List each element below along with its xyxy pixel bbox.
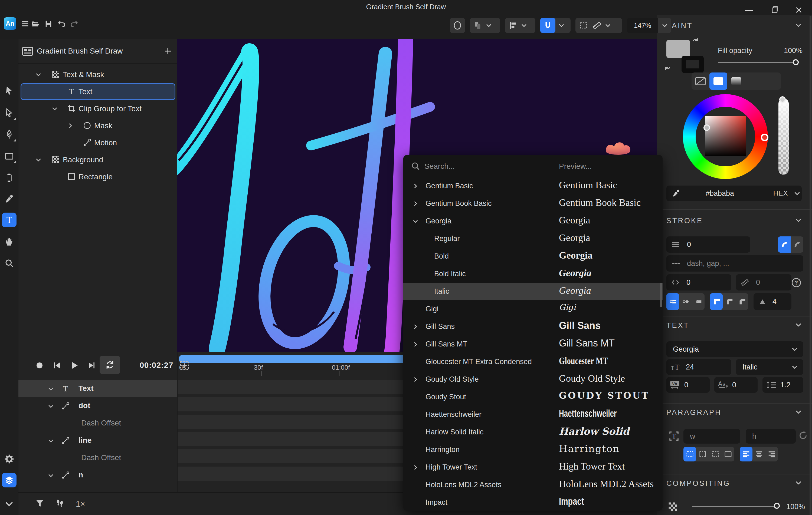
align-right-button[interactable] xyxy=(765,447,778,461)
alpha-slider[interactable] xyxy=(778,98,789,175)
swap-colors-icon[interactable] xyxy=(692,38,700,47)
font-item-harlow-solid-italic[interactable]: Harlow Solid ItalicHarlow Solid xyxy=(403,423,663,441)
line-height-field[interactable]: 1.2 xyxy=(762,377,803,393)
font-item-high-tower-text[interactable]: High Tower TextHigh Tower Text xyxy=(403,458,663,476)
hex-value[interactable]: #bababa xyxy=(706,189,734,198)
stroke-brush2-button[interactable] xyxy=(791,236,803,253)
font-item-gill-sans[interactable]: Gill SansGill Sans xyxy=(403,318,663,335)
font-list-scrollbar[interactable] xyxy=(660,283,662,307)
hex-label[interactable]: HEX xyxy=(773,189,788,197)
track-dash-offset[interactable]: Dash Offset xyxy=(19,415,177,432)
stroke-taper-field[interactable]: 0 xyxy=(736,274,791,291)
collapse-icon[interactable] xyxy=(1,495,18,513)
fill-none-button[interactable] xyxy=(692,72,709,90)
box-height-field[interactable]: h xyxy=(746,429,796,444)
track-dash-offset[interactable]: Dash Offset xyxy=(19,449,177,466)
redo-icon[interactable] xyxy=(70,20,79,28)
open-file-icon[interactable] xyxy=(31,20,39,28)
font-item-gloucester-mt-extra-condensed[interactable]: Gloucester MT Extra CondensedGloucester … xyxy=(403,353,663,370)
measure-dropdown[interactable] xyxy=(575,18,622,33)
font-item-goudy-old-style[interactable]: Goudy Old StyleGoudy Old Style xyxy=(403,370,663,388)
filter-icon[interactable] xyxy=(35,499,45,508)
box-width-field[interactable]: w xyxy=(684,429,740,444)
fill-radial-button[interactable] xyxy=(745,72,763,90)
font-size-field[interactable]: 24 xyxy=(666,359,731,375)
layer-text-mask[interactable]: Text & Mask xyxy=(19,66,177,83)
gradient-tool[interactable] xyxy=(1,169,18,186)
join-miter-button[interactable] xyxy=(710,293,723,310)
track-dot[interactable]: dot xyxy=(19,397,177,415)
font-item-italic[interactable]: ItalicGeorgia xyxy=(403,283,663,300)
saturation-square[interactable] xyxy=(705,116,746,156)
track-line[interactable]: line xyxy=(19,432,177,449)
panel-scrollbar[interactable] xyxy=(810,16,811,515)
maximize-button[interactable] xyxy=(770,6,778,14)
mask-mode-button[interactable] xyxy=(450,18,465,33)
skip-forward-button[interactable] xyxy=(87,361,96,370)
stroke-width-field[interactable]: 0 xyxy=(666,236,750,253)
autosize-button[interactable] xyxy=(684,447,696,461)
stroke-dash-field[interactable]: dash, gap, ... xyxy=(666,255,803,272)
font-item-goudy-stout[interactable]: Goudy StoutGOUDY STOUT xyxy=(403,388,663,406)
alpha-knob[interactable] xyxy=(779,96,786,103)
steps-icon[interactable] xyxy=(55,499,64,508)
skip-back-button[interactable] xyxy=(53,361,61,370)
zoom-tool[interactable] xyxy=(1,254,18,272)
hue-handle[interactable] xyxy=(761,133,768,141)
layers-toggle[interactable] xyxy=(2,473,17,487)
cap-square-button[interactable] xyxy=(692,293,704,310)
font-item-haettenschweiler[interactable]: HaettenschweilerHaettenschweiler xyxy=(403,406,663,423)
align-center-button[interactable] xyxy=(752,447,765,461)
miter-limit-field[interactable]: 4 xyxy=(754,293,791,310)
save-icon[interactable] xyxy=(45,20,53,28)
font-item-gentium-basic[interactable]: Gentium BasicGentium Basic xyxy=(403,177,663,195)
swap-colors-icon2[interactable] xyxy=(663,62,671,70)
undo-icon[interactable] xyxy=(57,20,66,28)
app-logo[interactable]: An xyxy=(4,17,16,30)
fixed-width-button[interactable] xyxy=(696,447,709,461)
fill-linear-button[interactable] xyxy=(727,72,745,90)
layer-rectangle[interactable]: Rectangle xyxy=(19,168,177,185)
color-handle[interactable] xyxy=(703,124,710,131)
link-wh-icon[interactable] xyxy=(798,431,808,441)
eyedropper-tool[interactable] xyxy=(1,190,18,208)
layer-motion[interactable]: Motion xyxy=(19,134,177,151)
record-button[interactable] xyxy=(35,361,44,370)
solid-box-button[interactable] xyxy=(722,447,734,461)
hand-tool[interactable] xyxy=(1,233,18,250)
close-button[interactable] xyxy=(795,6,803,14)
compositing-knob[interactable] xyxy=(774,503,780,509)
font-item-gill-sans-mt[interactable]: Gill Sans MTGill Sans MT xyxy=(403,335,663,353)
font-item-bold-italic[interactable]: Bold ItalicGeorgia xyxy=(403,265,663,283)
font-item-impact[interactable]: ImpactImpact xyxy=(403,494,663,511)
stroke-offset-field[interactable]: 0 xyxy=(666,274,731,291)
font-item-gigi[interactable]: GigiGigi xyxy=(403,300,663,318)
help-icon[interactable] xyxy=(791,277,802,288)
menu-icon[interactable] xyxy=(21,20,29,28)
layer-mask[interactable]: Mask xyxy=(19,117,177,134)
minimize-button[interactable] xyxy=(745,10,754,11)
font-item-gentium-book-basic[interactable]: Gentium Book BasicGentium Book Basic xyxy=(403,195,663,212)
font-family-select[interactable]: Georgia xyxy=(666,341,803,357)
settings-icon[interactable] xyxy=(1,450,18,468)
compositing-slider[interactable] xyxy=(692,506,780,507)
select-tool[interactable] xyxy=(1,82,18,99)
track-n[interactable]: n xyxy=(19,466,177,484)
font-item-bold[interactable]: BoldGeorgia xyxy=(403,247,663,265)
baseline-field[interactable]: 0 xyxy=(714,377,758,393)
align-dropdown[interactable] xyxy=(505,18,535,33)
font-search-input[interactable]: Search... xyxy=(425,162,455,171)
fill-opacity-slider[interactable] xyxy=(718,62,799,63)
font-item-regular[interactable]: RegularGeorgia xyxy=(403,230,663,247)
add-range-icon[interactable] xyxy=(180,361,190,370)
join-bevel-button[interactable] xyxy=(735,293,748,310)
loop-button[interactable] xyxy=(99,356,120,374)
layer-text[interactable]: Text xyxy=(19,83,177,100)
direct-select-tool[interactable] xyxy=(1,104,18,121)
pen-tool[interactable] xyxy=(1,126,18,143)
play-button[interactable] xyxy=(70,361,79,370)
fill-opacity-knob[interactable] xyxy=(793,59,799,65)
fill-swatch[interactable] xyxy=(666,40,690,58)
eyedropper-icon[interactable] xyxy=(672,189,680,198)
join-round-button[interactable] xyxy=(723,293,735,310)
